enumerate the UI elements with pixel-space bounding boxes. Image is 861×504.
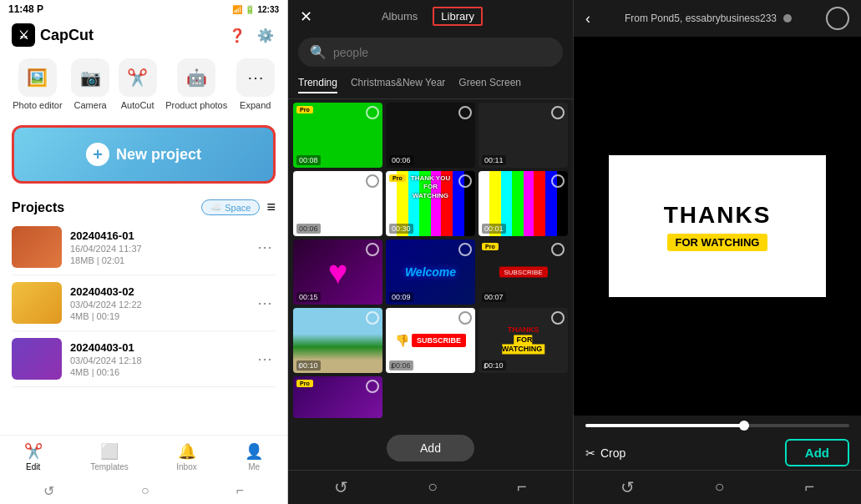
video-cell[interactable]: 00:06 [386,103,475,168]
wifi-icon: 📶 [232,5,242,14]
inbox-nav-label: Inbox [176,462,196,471]
product-photos-button[interactable]: 🤖 Product photos [165,58,227,110]
video-duration: 00:06 [389,155,413,165]
subscribe-label: SUBSCRIBE [499,267,547,278]
project-item[interactable]: 20240416-01 16/04/2024 11:37 18MB | 02:0… [12,219,276,275]
space-badge[interactable]: ☁️ Space [201,199,260,215]
project-date: 03/04/2024 12:22 [70,300,246,310]
video-cell[interactable]: 00:11 [479,103,568,168]
filter-trending[interactable]: Trending [298,77,337,93]
recents-nav-icon[interactable]: ⌐ [236,483,244,499]
select-circle[interactable] [458,243,472,256]
project-info: 20240403-02 03/04/2024 12:22 4MB | 00:19 [70,285,246,321]
video-cell[interactable]: Pro 00:08 [293,103,382,168]
select-circle[interactable] [366,380,379,393]
back-nav-icon[interactable]: ↺ [620,477,635,497]
select-circle[interactable] [551,311,565,325]
product-photos-icon: 🤖 [177,58,215,97]
back-nav-icon[interactable]: ↺ [334,477,348,497]
nav-inbox[interactable]: 🔔 Inbox [176,442,196,471]
select-circle[interactable] [551,243,565,256]
camera-button[interactable]: 📷 Camera [71,58,109,110]
options-button[interactable] [826,7,849,30]
add-video-button[interactable]: Add [785,439,849,466]
add-button[interactable]: Add [387,435,474,461]
select-circle[interactable] [458,106,472,119]
project-item[interactable]: 20240403-02 03/04/2024 12:22 4MB | 00:19… [12,275,276,331]
filter-christmas[interactable]: Christmas&New Year [351,77,445,93]
video-cell[interactable]: 👎 SUBSCRIBE ⬇ 00:06 [386,308,475,373]
select-circle[interactable] [551,106,565,119]
pro-badge: Pro [296,106,313,113]
home-nav-icon[interactable]: ○ [715,477,725,497]
video-thumbnail: THANKSFOR WATCHING ⬇ 00:10 [479,308,568,373]
tab-albums[interactable]: Albums [378,7,421,26]
project-more-icon[interactable]: ⋯ [254,234,276,260]
video-cell[interactable]: Pro [293,376,382,418]
video-cell[interactable]: Pro 00:30 THANK YOUFORWATCHING [386,171,475,236]
project-more-icon[interactable]: ⋯ [254,290,276,315]
progress-knob[interactable] [739,421,749,431]
heart-icon: ♥ [328,254,348,291]
edit-nav-icon: ✂️ [24,442,43,461]
photo-editor-icon: 🖼️ [18,58,57,97]
video-cell[interactable]: Pro SUBSCRIBE 00:07 [479,239,568,305]
edit-nav-label: Edit [26,462,40,471]
back-nav-icon[interactable]: ↺ [43,483,54,499]
close-icon[interactable]: ✕ [300,8,312,26]
video-cell[interactable]: ♥ 00:15 [293,239,382,305]
new-project-button[interactable]: + New project [12,125,276,184]
search-input[interactable] [333,46,551,59]
select-circle[interactable] [366,174,379,188]
progress-bar[interactable] [585,424,849,427]
quick-actions: 🖼️ Photo editor 📷 Camera ✂️ AutoCut 🤖 Pr… [0,52,287,117]
search-bar: 🔍 [298,38,563,67]
crop-button[interactable]: ✂ Crop [585,446,625,460]
select-circle[interactable] [366,311,379,325]
project-item[interactable]: 20240403-01 03/04/2024 12:18 4MB | 00:16… [12,331,276,387]
expand-icon: ⋯ [236,58,275,97]
video-duration: 00:06 [389,360,413,370]
expand-button[interactable]: ⋯ Expand [236,58,275,110]
tab-library[interactable]: Library [433,7,483,26]
home-nav-icon[interactable]: ○ [428,477,438,497]
inbox-nav-icon: 🔔 [178,442,196,461]
templates-nav-icon: ⬜ [100,442,119,461]
nav-me[interactable]: 👤 Me [245,442,263,471]
thanks-label: THANKSFOR WATCHING [501,325,546,355]
select-circle[interactable] [366,243,379,256]
sort-icon[interactable]: ≡ [266,199,276,216]
select-circle[interactable] [366,106,379,119]
source-dot [783,14,792,23]
video-duration: 00:15 [296,292,321,302]
thanks-main-text: THANKS [664,202,772,229]
system-nav-bar: ↺ ○ ⌐ [0,480,287,504]
pro-badge: Pro [482,243,499,250]
home-nav-icon[interactable]: ○ [141,483,149,499]
autocut-button[interactable]: ✂️ AutoCut [119,58,157,110]
select-circle[interactable] [551,174,565,188]
video-duration: 00:09 [389,292,413,302]
pro-badge: Pro [296,380,313,387]
help-icon[interactable]: ❓ [227,25,247,45]
video-cell[interactable]: ⬇ 00:10 [293,308,382,373]
video-cell[interactable]: 00:01 [479,171,568,236]
video-cell[interactable]: THANKSFOR WATCHING ⬇ 00:10 [479,308,568,373]
nav-templates[interactable]: ⬜ Templates [90,442,129,471]
filter-greenscreen[interactable]: Green Screen [458,77,521,93]
project-more-icon[interactable]: ⋯ [254,346,276,371]
video-cell[interactable]: 00:06 [293,171,382,236]
space-label: Space [225,203,251,213]
photo-editor-button[interactable]: 🖼️ Photo editor [13,58,62,110]
recents-nav-icon[interactable]: ⌐ [517,477,527,497]
project-name: 20240403-01 [70,341,246,354]
settings-icon[interactable]: ⚙️ [256,25,276,45]
recents-nav-icon[interactable]: ⌐ [804,477,814,497]
crop-label: Crop [600,446,625,460]
video-cell[interactable]: Welcome 00:09 [386,239,475,305]
back-icon[interactable]: ‹ [585,10,590,28]
projects-title: Projects [12,200,64,215]
select-circle[interactable] [458,174,472,188]
select-circle[interactable] [458,311,472,325]
nav-edit[interactable]: ✂️ Edit [24,442,43,471]
